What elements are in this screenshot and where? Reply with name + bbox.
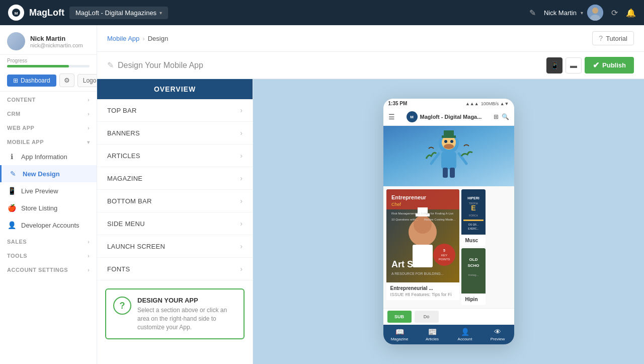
top-nav-left: M MagLoft MagLoft - Digital Magazines ▾ bbox=[8, 5, 168, 21]
phone-magazine-card-main[interactable]: FREE bbox=[386, 189, 459, 305]
phone-nav-account[interactable]: 👤 Account bbox=[449, 325, 481, 344]
sidebar-user-name: Nick Martin bbox=[30, 35, 83, 42]
user-info[interactable]: Nick Martin ▾ bbox=[544, 5, 603, 21]
sidebar-section-mobile-app: MOBILE APP ▾ ℹ App Information ✎ New Des… bbox=[0, 134, 97, 234]
sidebar-section-header-sales[interactable]: SALES › bbox=[0, 234, 97, 248]
account-nav-icon: 👤 bbox=[461, 328, 469, 336]
phone-nav-preview[interactable]: 👁 Preview bbox=[481, 325, 514, 344]
app-selector[interactable]: MagLoft - Digital Magazines ▾ bbox=[69, 7, 168, 19]
sidebar-item-live-preview[interactable]: 📱 Live Preview bbox=[0, 182, 97, 199]
sidebar-section-header-crm[interactable]: CRM › bbox=[0, 106, 97, 120]
sidebar-item-developer-accounts[interactable]: 👤 Developer Accounts bbox=[0, 216, 97, 234]
phone-status-icons: ▲▲▲ 100MB/s ▲▼ bbox=[465, 101, 509, 106]
preview-nav-icon: 👁 bbox=[494, 328, 501, 336]
design-menu-item-banners[interactable]: BANNERS › bbox=[97, 122, 253, 144]
svg-text:EXERC...: EXERC... bbox=[468, 227, 478, 230]
logo-icon: M bbox=[8, 5, 24, 21]
design-menu-item-bottom-bar[interactable]: BOTTOM BAR › bbox=[97, 190, 253, 212]
sidebar-section-header-webapp[interactable]: WEB APP › bbox=[0, 120, 97, 134]
design-menu-item-top-bar[interactable]: TOP BAR › bbox=[97, 99, 253, 122]
magazine-nav-icon: 📖 bbox=[395, 328, 404, 336]
tablet-view-button[interactable]: ▬ bbox=[566, 57, 582, 74]
mobile-app-header[interactable]: MOBILE APP ▾ bbox=[0, 134, 97, 148]
phone-mockup: 1:35 PM ▲▲▲ 100MB/s ▲▼ ☰ M Magloft - Dig… bbox=[383, 99, 514, 344]
svg-text:Art Smith: Art Smith bbox=[391, 259, 432, 269]
tutorial-label: Tutorial bbox=[606, 35, 627, 42]
info-icon: ℹ bbox=[7, 152, 16, 161]
sidebar-section-header-content[interactable]: CONTENT › bbox=[0, 92, 97, 106]
magazine-nav-label: Magazine bbox=[391, 337, 409, 341]
settings-button[interactable]: ⚙ bbox=[59, 74, 74, 87]
svg-text:Tips for Finding A-List: Tips for Finding A-List bbox=[424, 212, 453, 215]
sidebar-section-header-tools[interactable]: TOOLS › bbox=[0, 248, 97, 262]
magazine-cover-side-1: HIPERI TROFIA E FORCA OS GR... EXERC... bbox=[461, 189, 486, 235]
breadcrumb-current: Design bbox=[148, 35, 168, 42]
publish-button[interactable]: ✔ Publish bbox=[585, 57, 634, 74]
sidebar-item-live-preview-label: Live Preview bbox=[21, 187, 58, 195]
design-menu-item-side-menu[interactable]: SIDE MENU › bbox=[97, 212, 253, 235]
chevron-right-icon-tools: › bbox=[88, 253, 90, 259]
design-menu-item-articles[interactable]: ARTICLES › bbox=[97, 144, 253, 167]
svg-rect-15 bbox=[443, 168, 448, 178]
phone-nav-articles[interactable]: 📰 Articles bbox=[416, 325, 449, 344]
design-header: ✎ Design Your Mobile App 📱 ▬ ✔ Publish bbox=[97, 52, 644, 79]
sidebar-section-content-label: CONTENT bbox=[7, 97, 36, 103]
bell-icon[interactable]: 🔔 bbox=[626, 8, 636, 18]
sidebar-section-crm: CRM › bbox=[0, 106, 97, 120]
design-menu-item-launch-screen[interactable]: LAUNCH SCREEN › bbox=[97, 235, 253, 258]
phone-subscribe-btn[interactable]: SUB bbox=[387, 311, 412, 323]
sidebar-user-email: nick@nickmartin.com bbox=[30, 42, 83, 48]
phone-magazine-card-side-1[interactable]: HIPERI TROFIA E FORCA OS GR... EXERC... bbox=[461, 189, 486, 246]
dashboard-button[interactable]: ⊞ Dashboard bbox=[7, 75, 56, 87]
articles-label: ARTICLES bbox=[107, 152, 140, 160]
pencil-icon[interactable]: ✎ bbox=[529, 8, 536, 18]
magazine-info-main: Entrepreneurial ... ISSUE #8 Features: T… bbox=[386, 282, 459, 300]
sidebar-item-store-listing[interactable]: 🍎 Store Listing bbox=[0, 199, 97, 216]
tutorial-button[interactable]: ? Tutorial bbox=[592, 31, 634, 45]
avatar bbox=[587, 5, 603, 21]
publish-icon: ✔ bbox=[593, 60, 599, 70]
svg-text:Entrepreneur: Entrepreneur bbox=[391, 194, 427, 200]
svg-text:FORCA: FORCA bbox=[469, 214, 478, 217]
side-mag-2-svg: OLD SCHO instag... bbox=[461, 248, 486, 294]
sidebar-item-app-information[interactable]: ℹ App Information bbox=[0, 148, 97, 165]
sidebar-section-account-settings-label: ACCOUNT SETTINGS bbox=[7, 267, 68, 273]
tablet-icon: ▬ bbox=[570, 61, 577, 69]
magazine-label: MAGAZINE bbox=[107, 175, 142, 182]
chevron-down-icon: ▾ bbox=[159, 10, 162, 16]
chevron-right-icon: › bbox=[88, 97, 90, 103]
svg-text:HIPERI: HIPERI bbox=[467, 196, 479, 200]
magazine-title-side-1: Musc bbox=[465, 238, 481, 243]
banners-label: BANNERS bbox=[107, 129, 140, 137]
svg-text:Chef: Chef bbox=[391, 202, 401, 207]
phone-magazine-card-side-2[interactable]: OLD SCHO instag... Hipin bbox=[461, 248, 486, 305]
sidebar-item-new-design[interactable]: ✎ New Design bbox=[0, 165, 97, 182]
sidebar-section-header-account-settings[interactable]: ACCOUNT SETTINGS › bbox=[0, 262, 97, 276]
search-icon: 🔍 bbox=[502, 113, 509, 120]
svg-point-3 bbox=[592, 8, 598, 14]
sidebar-section-webapp-label: WEB APP bbox=[7, 125, 34, 131]
logout-button[interactable]: Logout bbox=[77, 74, 97, 87]
design-menu-item-fonts[interactable]: FONTS › bbox=[97, 258, 253, 280]
phone-app-logo: M Magloft - Digital Maga... bbox=[407, 111, 482, 122]
breadcrumb-link[interactable]: Mobile App bbox=[107, 35, 139, 42]
design-title: Design Your Mobile App bbox=[118, 61, 203, 70]
history-icon[interactable]: ⟳ bbox=[611, 8, 618, 18]
question-icon: ? bbox=[113, 297, 131, 315]
svg-point-9 bbox=[444, 144, 454, 149]
svg-text:M: M bbox=[15, 11, 18, 16]
banner-character-svg bbox=[424, 128, 474, 184]
phone-view-button[interactable]: 📱 bbox=[546, 57, 562, 74]
chevron-right-icon-launch-screen: › bbox=[240, 242, 243, 250]
progress-bar-background bbox=[7, 65, 90, 67]
phone-do-btn[interactable]: Do bbox=[415, 311, 439, 323]
phone-banner bbox=[383, 126, 514, 186]
sidebar-section-tools: TOOLS › bbox=[0, 248, 97, 262]
design-menu-item-magazine[interactable]: MAGAZINE › bbox=[97, 167, 253, 190]
breadcrumb-separator: › bbox=[142, 35, 144, 42]
content-area: Mobile App › Design ? Tutorial ✎ Design … bbox=[97, 25, 644, 364]
top-nav-right: ✎ Nick Martin ▾ ⟳ 🔔 bbox=[529, 5, 636, 21]
phone-nav-magazine[interactable]: 📖 Magazine bbox=[383, 325, 416, 344]
grid-icon: ⊞ bbox=[494, 113, 499, 120]
svg-rect-41 bbox=[463, 220, 484, 221]
